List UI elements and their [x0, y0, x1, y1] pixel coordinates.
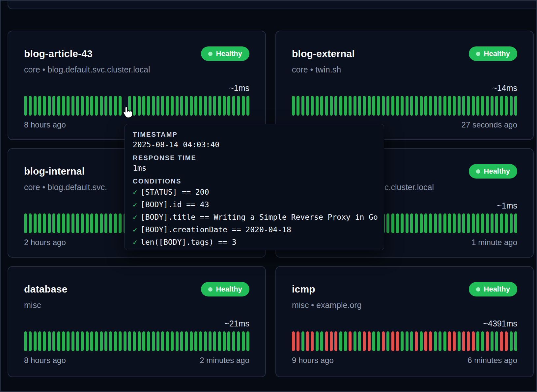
status-bar[interactable]: [344, 96, 347, 116]
status-bar[interactable]: [415, 213, 418, 233]
status-bar[interactable]: [311, 331, 314, 351]
status-bar[interactable]: [391, 213, 394, 233]
status-bar[interactable]: [301, 331, 304, 351]
status-bar[interactable]: [292, 331, 295, 351]
status-bar[interactable]: [119, 331, 122, 351]
status-bar[interactable]: [491, 213, 494, 233]
status-bar[interactable]: [514, 96, 517, 116]
status-bar[interactable]: [166, 331, 169, 351]
status-bar[interactable]: [109, 213, 112, 233]
status-bar[interactable]: [24, 213, 27, 233]
status-bar[interactable]: [386, 96, 389, 116]
status-bar[interactable]: [391, 96, 394, 116]
status-bar[interactable]: [76, 213, 79, 233]
status-bar[interactable]: [119, 213, 122, 233]
status-bar[interactable]: [152, 331, 155, 351]
status-bar[interactable]: [152, 96, 155, 116]
status-bar[interactable]: [104, 213, 107, 233]
status-bar[interactable]: [339, 331, 342, 351]
status-bar[interactable]: [57, 213, 60, 233]
status-bar[interactable]: [372, 331, 375, 351]
status-bar[interactable]: [505, 213, 508, 233]
status-bar[interactable]: [410, 213, 413, 233]
status-bar[interactable]: [100, 331, 103, 351]
status-bar[interactable]: [147, 96, 150, 116]
status-bar[interactable]: [453, 331, 456, 351]
status-bar[interactable]: [429, 213, 432, 233]
status-bar[interactable]: [114, 96, 117, 116]
status-bar[interactable]: [100, 213, 103, 233]
status-bar[interactable]: [237, 96, 240, 116]
status-bar[interactable]: [438, 213, 441, 233]
status-bar[interactable]: [204, 96, 207, 116]
status-bar[interactable]: [481, 331, 484, 351]
status-bar[interactable]: [171, 331, 174, 351]
status-bar[interactable]: [104, 331, 107, 351]
status-bar[interactable]: [476, 331, 479, 351]
status-bar[interactable]: [443, 213, 446, 233]
status-bar[interactable]: [481, 96, 484, 116]
status-bar[interactable]: [242, 96, 245, 116]
status-bar[interactable]: [180, 331, 183, 351]
status-bar[interactable]: [453, 213, 456, 233]
status-bar[interactable]: [246, 96, 249, 116]
status-bar[interactable]: [95, 96, 98, 116]
status-bar[interactable]: [510, 331, 513, 351]
status-bar[interactable]: [334, 331, 337, 351]
status-bar[interactable]: [142, 96, 145, 116]
status-bar[interactable]: [424, 213, 427, 233]
status-bar[interactable]: [227, 96, 230, 116]
status-bar[interactable]: [62, 213, 65, 233]
status-bar[interactable]: [242, 331, 245, 351]
status-bar[interactable]: [458, 331, 461, 351]
status-bar[interactable]: [406, 96, 409, 116]
status-bar[interactable]: [372, 96, 375, 116]
status-bar[interactable]: [401, 331, 404, 351]
status-bar[interactable]: [57, 96, 60, 116]
status-bar[interactable]: [467, 213, 470, 233]
status-bar[interactable]: [415, 331, 418, 351]
status-bar[interactable]: [147, 331, 150, 351]
status-bar[interactable]: [90, 96, 93, 116]
status-bar[interactable]: [410, 331, 413, 351]
status-bar[interactable]: [415, 96, 418, 116]
status-bar[interactable]: [237, 331, 240, 351]
status-bar[interactable]: [218, 331, 221, 351]
status-bar[interactable]: [514, 213, 517, 233]
status-bar[interactable]: [71, 331, 74, 351]
status-bar[interactable]: [467, 96, 470, 116]
status-bar[interactable]: [401, 96, 404, 116]
status-bar[interactable]: [114, 213, 117, 233]
status-bar[interactable]: [128, 331, 131, 351]
status-bar[interactable]: [339, 96, 342, 116]
status-bar[interactable]: [190, 331, 193, 351]
status-bar[interactable]: [330, 331, 333, 351]
status-bar[interactable]: [213, 331, 216, 351]
status-bar[interactable]: [377, 96, 380, 116]
status-bar[interactable]: [325, 96, 328, 116]
status-bar[interactable]: [382, 331, 385, 351]
status-bar[interactable]: [109, 331, 112, 351]
status-bar[interactable]: [368, 331, 371, 351]
status-bar[interactable]: [38, 331, 41, 351]
status-bar[interactable]: [43, 213, 46, 233]
status-bar[interactable]: [467, 331, 470, 351]
status-bar[interactable]: [29, 96, 32, 116]
status-bar[interactable]: [90, 213, 93, 233]
status-bar[interactable]: [434, 96, 437, 116]
status-bar[interactable]: [368, 96, 371, 116]
status-bar[interactable]: [180, 96, 183, 116]
status-bar[interactable]: [434, 213, 437, 233]
status-bar[interactable]: [171, 96, 174, 116]
status-bar[interactable]: [396, 96, 399, 116]
status-bar[interactable]: [185, 331, 188, 351]
status-bar[interactable]: [316, 96, 319, 116]
status-bar[interactable]: [76, 96, 79, 116]
status-bar[interactable]: [109, 96, 112, 116]
status-bar[interactable]: [424, 96, 427, 116]
status-bar[interactable]: [161, 331, 164, 351]
status-bar[interactable]: [476, 96, 479, 116]
status-bar[interactable]: [48, 331, 51, 351]
status-bar[interactable]: [500, 96, 503, 116]
status-bar[interactable]: [424, 331, 427, 351]
